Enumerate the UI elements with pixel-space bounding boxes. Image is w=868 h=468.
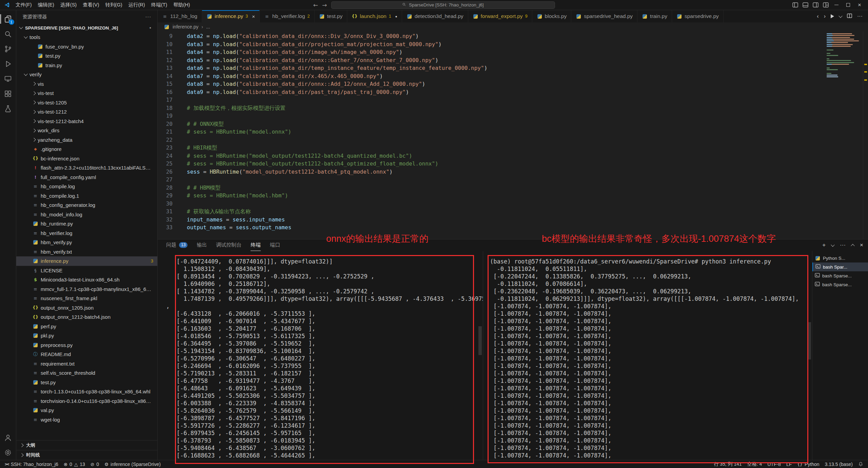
terminal-tab-bash Spar...[interactable]: bash Spar...: [812, 262, 868, 271]
file-bc-inference.json[interactable]: {}bc-inference.json: [16, 154, 157, 163]
panel-tab-问题[interactable]: 问题13: [166, 239, 188, 251]
menu-item[interactable]: 编辑(E): [35, 1, 57, 9]
file-mmcv_full-1.7.1-cp38-cp38-manylinux1_x86_64.w...[interactable]: ≡mmcv_full-1.7.1-cp38-cp38-manylinux1_x8…: [16, 285, 157, 294]
menu-item[interactable]: 查看(V): [80, 1, 102, 9]
menu-item[interactable]: 转到(G): [102, 1, 125, 9]
file-requirement.txt[interactable]: ≡requirement.txt: [16, 359, 157, 369]
file-fuse_conv_bn.py[interactable]: fuse_conv_bn.py: [16, 42, 157, 52]
file-test.py[interactable]: test.py: [16, 378, 157, 387]
file-hb_model_info.log[interactable]: ≡hb_model_info.log: [16, 210, 157, 219]
customize-layout-icon[interactable]: [821, 1, 831, 9]
explorer-more-actions-icon[interactable]: ···: [145, 14, 152, 19]
encoding-setting[interactable]: UTF-8: [765, 460, 784, 468]
file-hbm_verify.txt[interactable]: ≡hbm_verify.txt: [16, 247, 157, 257]
notifications-bell[interactable]: [855, 460, 866, 468]
ports-indicator[interactable]: ⊘0: [88, 460, 102, 468]
file-test.py[interactable]: test.py: [16, 51, 157, 61]
file-self.vis_score_threshold[interactable]: ≡self.vis_score_threshold: [16, 368, 157, 378]
toggle-panel-icon[interactable]: [800, 1, 810, 9]
folder-vis-test-1212-batch4[interactable]: vis-test-1212-batch4: [16, 117, 157, 126]
eol-setting[interactable]: LF: [784, 460, 794, 468]
activity-testing-icon[interactable]: [0, 101, 16, 116]
folder-vis-test-1205[interactable]: vis-test-1205: [16, 98, 157, 108]
terminal-right-scrollbar[interactable]: [808, 322, 811, 359]
file-hb_runtime.py[interactable]: hb_runtime.py: [16, 219, 157, 229]
file-torch-1.13.0+cu116-cp38-cp38-linux_x86_64.whl[interactable]: ≡torch-1.13.0+cu116-cp38-cp38-linux_x86_…: [16, 387, 157, 396]
breadcrumb[interactable]: inference.py › ...: [158, 22, 868, 31]
file-README.md[interactable]: ⓘREADME.md: [16, 350, 157, 359]
folder-tools[interactable]: tools: [16, 33, 157, 42]
menu-item[interactable]: 运行(R): [125, 1, 148, 9]
panel-tab-调试控制台[interactable]: 调试控制台: [216, 239, 241, 251]
panel-tab-端口[interactable]: 端口: [270, 239, 280, 251]
maximize-panel-icon[interactable]: [851, 244, 854, 248]
menu-item[interactable]: 文件(F): [13, 1, 35, 9]
problems-indicator[interactable]: ⊗0 △13: [61, 460, 88, 468]
file-hb_verifier.log[interactable]: ≡hb_verifier.log: [16, 229, 157, 238]
menu-item[interactable]: 帮助(H): [170, 1, 193, 9]
close-window-button[interactable]: ×: [854, 0, 865, 10]
folder-work_dirs[interactable]: work_dirs: [16, 126, 157, 135]
file-train.py[interactable]: train.py: [16, 61, 157, 70]
back-button[interactable]: ←: [313, 2, 318, 8]
activity-settings-icon[interactable]: [0, 445, 16, 460]
run-options-chevron-icon[interactable]: [839, 14, 842, 18]
debug-launch-config[interactable]: ⚙inference (SparseDrive): [102, 460, 163, 468]
breadcrumb-file[interactable]: inference.py: [173, 24, 198, 30]
terminal-tab-bash Sparse...[interactable]: bash Sparse...: [812, 280, 868, 289]
indentation-setting[interactable]: 空格: 4: [745, 460, 765, 468]
tab-scroll-right-icon[interactable]: ›: [824, 13, 826, 19]
file-hb_config_generator.log[interactable]: ≡hb_config_generator.log: [16, 200, 157, 210]
terminal-tab-Python S...[interactable]: Python S...: [812, 254, 868, 262]
file-full_compile_config.yaml[interactable]: !full_compile_config.yaml: [16, 173, 157, 182]
activity-explorer-icon[interactable]: 1: [0, 12, 16, 26]
file-hb_compile.log.1[interactable]: ≡hb_compile.log.1: [16, 191, 157, 201]
language-mode[interactable]: {}Python: [794, 460, 822, 468]
file-hbm_verify.py[interactable]: hbm_verify.py: [16, 238, 157, 247]
file-hb_compile.log[interactable]: ≡hb_compile.log: [16, 182, 157, 191]
file-nuscenes_first_frame.pkl[interactable]: ≡nuscenes_first_frame.pkl: [16, 294, 157, 303]
tab-detection3d_head.py[interactable]: detection3d_head.py: [402, 10, 468, 22]
maximize-button[interactable]: [842, 0, 854, 10]
terminal-right[interactable]: (base) root@57fa51d0f260:/data6_server6/…: [483, 251, 812, 460]
menu-item[interactable]: 选择(S): [57, 1, 80, 9]
new-terminal-icon[interactable]: +: [822, 242, 826, 249]
folder-vis[interactable]: vis: [16, 79, 157, 89]
file-torchvision-0.14.0+cu116-cp38-cp38-linux_x86_6...[interactable]: ≡torchvision-0.14.0+cu116-cp38-cp38-linu…: [16, 396, 157, 406]
folder-verify[interactable]: verify: [16, 70, 157, 79]
file-output_onnx_1205.json[interactable]: {}output_onnx_1205.json: [16, 303, 157, 313]
terminal-left-scrollbar[interactable]: [478, 326, 482, 355]
file-pkl.py[interactable]: pkl.py: [16, 331, 157, 340]
run-python-file-button[interactable]: [831, 14, 834, 18]
tab-test.py[interactable]: test.py: [315, 10, 348, 22]
menu-item[interactable]: 终端(T): [148, 1, 171, 9]
editor-more-actions-icon[interactable]: ···: [857, 13, 863, 19]
terminal-left[interactable]: [-0.04724409, 0.07874016]]], dtype=float…: [158, 251, 483, 460]
toggle-primary-sidebar-icon[interactable]: [790, 1, 800, 9]
terminal-tab-bash Sparse...[interactable]: bash Sparse...: [812, 271, 868, 280]
close-panel-icon[interactable]: ×: [860, 242, 863, 249]
activity-extensions-icon[interactable]: [0, 86, 16, 101]
tab-forward_export.py[interactable]: forward_export.py9: [468, 10, 532, 22]
minimap[interactable]: [824, 31, 863, 239]
python-interpreter[interactable]: 3.13.5 (base): [822, 460, 856, 468]
toggle-secondary-sidebar-icon[interactable]: [810, 1, 821, 9]
activity-search-icon[interactable]: [0, 26, 16, 41]
file-val.py[interactable]: val.py: [16, 406, 157, 415]
tab-train.py[interactable]: train.py: [637, 10, 672, 22]
tab-launch.json[interactable]: {}launch.json1●: [347, 10, 402, 22]
file-inference.py[interactable]: inference.py3: [16, 256, 157, 266]
minimize-button[interactable]: [831, 0, 842, 10]
folder-yanzheng_data[interactable]: yanzheng_data: [16, 135, 157, 145]
activity-remote-explorer-icon[interactable]: [0, 71, 16, 86]
folder-vis-test-1212[interactable]: vis-test-1212: [16, 107, 157, 117]
file-wget-log[interactable]: ≡wget-log: [16, 415, 157, 425]
split-editor-icon[interactable]: [847, 13, 852, 19]
outline-section[interactable]: 大纲: [16, 440, 157, 450]
cursor-position[interactable]: 行 35, 列 141: [711, 460, 745, 468]
terminal-dropdown-chevron-icon[interactable]: [831, 243, 834, 247]
tab-sparsedrive_head.py[interactable]: sparsedrive_head.py: [571, 10, 637, 22]
code-editor[interactable]: 9data2 = np.load("calibration_data_dir/o…: [158, 31, 868, 239]
close-tab-icon[interactable]: ×: [252, 14, 255, 19]
forward-button[interactable]: →: [322, 2, 327, 8]
